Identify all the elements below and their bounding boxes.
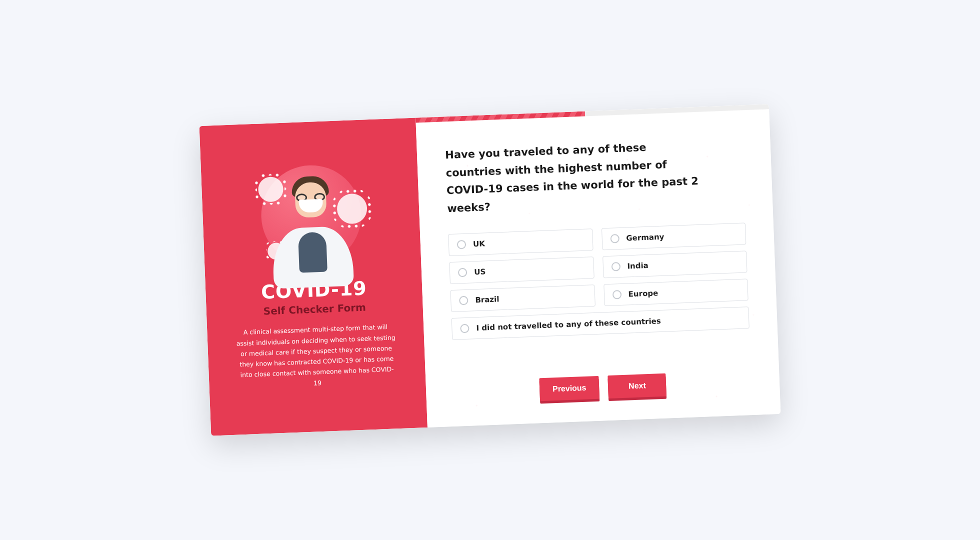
question-text: Have you traveled to any of these countr… (445, 136, 708, 218)
option-item[interactable]: UK (448, 228, 593, 256)
option-label: Germany (626, 232, 664, 242)
form-card: COVID-19 Self Checker Form A clinical as… (200, 104, 781, 436)
radio-icon (459, 296, 468, 305)
radio-icon (460, 324, 470, 333)
option-item[interactable]: Europe (604, 278, 748, 306)
form-panel: Have you traveled to any of these countr… (416, 104, 780, 428)
option-label: Europe (628, 288, 658, 298)
virus-icon (258, 176, 284, 202)
app-description: A clinical assessment multi-step form th… (236, 322, 398, 392)
next-button[interactable]: Next (608, 374, 667, 398)
options-grid: UKGermanyUSIndiaBrazilEuropeI did not tr… (448, 222, 749, 340)
radio-icon (612, 290, 622, 300)
progress-bar-fill (416, 111, 585, 122)
option-item[interactable]: US (450, 256, 594, 284)
virus-icon (336, 194, 368, 224)
doctor-shirt (298, 232, 327, 273)
radio-icon (610, 234, 620, 244)
option-item[interactable]: India (602, 250, 748, 278)
progress-bar-track (585, 104, 769, 116)
option-label: UK (473, 239, 485, 248)
option-item[interactable]: Germany (602, 222, 746, 250)
radio-icon (457, 240, 466, 250)
option-label: India (627, 261, 648, 271)
previous-button[interactable]: Previous (539, 376, 600, 402)
option-item[interactable]: Brazil (450, 284, 596, 312)
sidebar-panel: COVID-19 Self Checker Form A clinical as… (200, 118, 428, 436)
app-subtitle: Self Checker Form (263, 302, 366, 318)
option-label: Brazil (475, 294, 500, 304)
option-item[interactable]: I did not travelled to any of these coun… (452, 306, 750, 340)
option-label: US (474, 267, 486, 276)
doctor-illustration (259, 164, 363, 268)
radio-icon (611, 262, 620, 272)
option-label: I did not travelled to any of these coun… (476, 316, 661, 332)
radio-icon (458, 268, 468, 278)
nav-buttons: Previous Next (454, 355, 752, 404)
